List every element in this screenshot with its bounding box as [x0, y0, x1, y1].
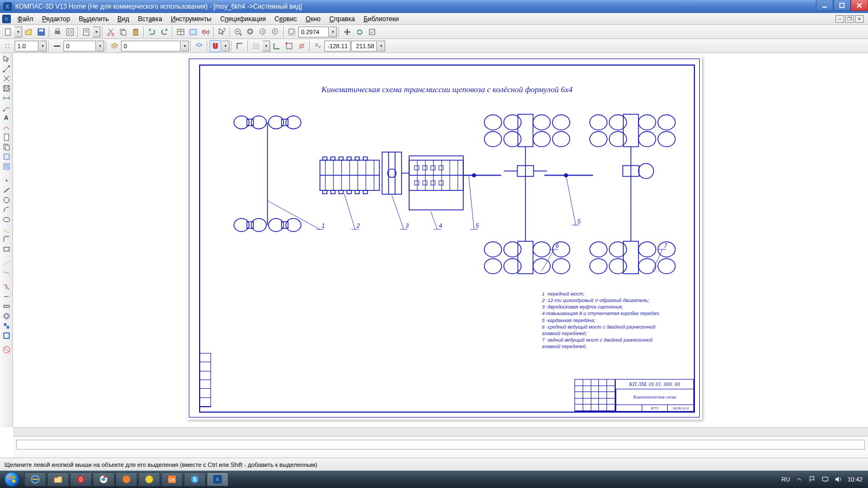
redraw-button[interactable] — [366, 26, 378, 38]
spec-button[interactable] — [80, 26, 92, 38]
grid-button[interactable] — [250, 40, 262, 52]
line-tool[interactable] — [1, 64, 12, 74]
leader-tool[interactable] — [1, 103, 12, 113]
cut-button[interactable] — [105, 26, 117, 38]
linestyle-input[interactable] — [63, 41, 96, 52]
task-explorer[interactable] — [47, 472, 69, 486]
mdi-restore-button[interactable]: ❐ — [845, 15, 854, 23]
trim-tool[interactable] — [1, 282, 12, 292]
task-ok[interactable]: OK — [161, 472, 183, 486]
open-button[interactable] — [23, 26, 35, 38]
pt-tool[interactable] — [1, 176, 12, 185]
equi-tool[interactable] — [1, 311, 12, 321]
text-tool[interactable]: A — [1, 113, 12, 123]
select-tool[interactable] — [1, 54, 12, 64]
close-button[interactable] — [851, 0, 868, 11]
fillet-tool[interactable] — [1, 234, 12, 244]
extend-tool[interactable] — [1, 292, 12, 301]
zoom-in-button[interactable] — [232, 26, 244, 38]
grid-dropdown[interactable]: ▾ — [263, 41, 270, 52]
page-tool[interactable] — [1, 132, 12, 142]
menu-insert[interactable]: Вставка — [133, 14, 167, 24]
task-ie[interactable] — [24, 472, 46, 486]
doc-tool[interactable] — [1, 162, 12, 171]
refresh-button[interactable] — [354, 26, 366, 38]
vars-button[interactable] — [187, 26, 199, 38]
collect-tool[interactable] — [1, 321, 12, 331]
layer-dropdown[interactable]: ▾ — [181, 41, 189, 52]
lcs-button[interactable] — [271, 40, 283, 52]
ellipse-tool[interactable] — [1, 215, 12, 224]
menu-window[interactable]: Окно — [301, 14, 325, 24]
magnet-button[interactable] — [209, 40, 221, 52]
tray-lang[interactable]: RU — [782, 476, 790, 483]
minimize-button[interactable] — [816, 0, 833, 11]
arc-tool[interactable] — [1, 205, 12, 215]
zoom-window-button[interactable] — [245, 26, 257, 38]
new-button[interactable] — [2, 26, 14, 38]
tray-chevron-icon[interactable] — [795, 476, 803, 483]
undo-button[interactable] — [146, 26, 158, 38]
menu-spec[interactable]: Спецификация — [216, 14, 270, 24]
task-skype[interactable]: S — [184, 472, 206, 486]
tray-flag-icon[interactable] — [808, 476, 816, 483]
circle-tool[interactable] — [1, 195, 12, 205]
tray-network-icon[interactable] — [821, 476, 829, 483]
menu-view[interactable]: Вид — [113, 14, 134, 24]
snap2-button[interactable] — [296, 40, 308, 52]
help-cursor-button[interactable]: ? — [216, 26, 228, 38]
mdi-close-button[interactable]: × — [855, 15, 864, 23]
spline-tool[interactable] — [1, 123, 12, 132]
zoom-dropdown[interactable]: ▾ — [329, 27, 337, 37]
dim-tool[interactable] — [1, 93, 12, 103]
tray-volume-icon[interactable] — [834, 476, 842, 483]
task-red[interactable]: 0 — [70, 472, 92, 486]
start-button[interactable] — [0, 471, 24, 488]
snap1-button[interactable] — [283, 40, 295, 52]
ortho-button[interactable] — [234, 40, 246, 52]
task-orange[interactable] — [116, 472, 137, 486]
hatch-tool[interactable] — [1, 84, 12, 93]
point-tool[interactable] — [1, 74, 12, 84]
seg-tool[interactable] — [1, 185, 12, 195]
zoom-next-button[interactable] — [270, 26, 282, 38]
aux-line-tool[interactable] — [1, 258, 12, 268]
aux-line2-tool[interactable] — [1, 268, 12, 278]
menu-help[interactable]: Справка — [325, 14, 359, 24]
menu-file[interactable]: ФФайлайл — [13, 14, 38, 24]
zoom-prev-button[interactable] — [257, 26, 269, 38]
linestyle-dropdown[interactable]: ▾ — [97, 41, 104, 52]
coord-x-input[interactable] — [324, 41, 350, 52]
task-kompas[interactable]: К — [207, 472, 228, 486]
menu-select[interactable]: Выделить — [74, 14, 113, 24]
print-button[interactable] — [52, 26, 63, 38]
copy-button[interactable] — [117, 26, 129, 38]
coord-y-input[interactable] — [351, 41, 377, 52]
menu-libs[interactable]: Библиотеки — [359, 14, 403, 24]
fx-button[interactable]: f(x) — [200, 26, 212, 38]
drawing-canvas[interactable]: Кинематическая схема трансмиссии щеповоз… — [13, 53, 868, 427]
task-chrome[interactable] — [93, 472, 114, 486]
redo-button[interactable] — [158, 26, 170, 38]
zoom-fit-button[interactable] — [286, 26, 298, 38]
table-button[interactable] — [175, 26, 187, 38]
menu-service[interactable]: Сервис — [270, 14, 301, 24]
horizontal-scrollbar[interactable] — [13, 427, 868, 436]
new-dropdown[interactable]: ▾ — [15, 27, 22, 37]
save-button[interactable] — [35, 26, 47, 38]
menu-edit[interactable]: Редактор — [38, 14, 75, 24]
bezier-tool[interactable] — [1, 224, 12, 234]
cancel-tool[interactable] — [1, 345, 12, 355]
rect-tool[interactable] — [1, 244, 12, 254]
paste-button[interactable] — [130, 26, 142, 38]
command-input[interactable] — [16, 440, 865, 450]
menu-tools[interactable]: Инструменты — [167, 14, 216, 24]
copy-tool[interactable] — [1, 142, 12, 152]
tray-clock[interactable]: 10:42 — [847, 476, 863, 483]
maximize-button[interactable] — [833, 0, 851, 11]
contour-tool[interactable] — [1, 331, 12, 341]
pan-button[interactable] — [341, 26, 353, 38]
mdi-minimize-button[interactable]: – — [835, 15, 844, 23]
preview-button[interactable] — [64, 26, 76, 38]
layer-input[interactable] — [121, 41, 181, 52]
